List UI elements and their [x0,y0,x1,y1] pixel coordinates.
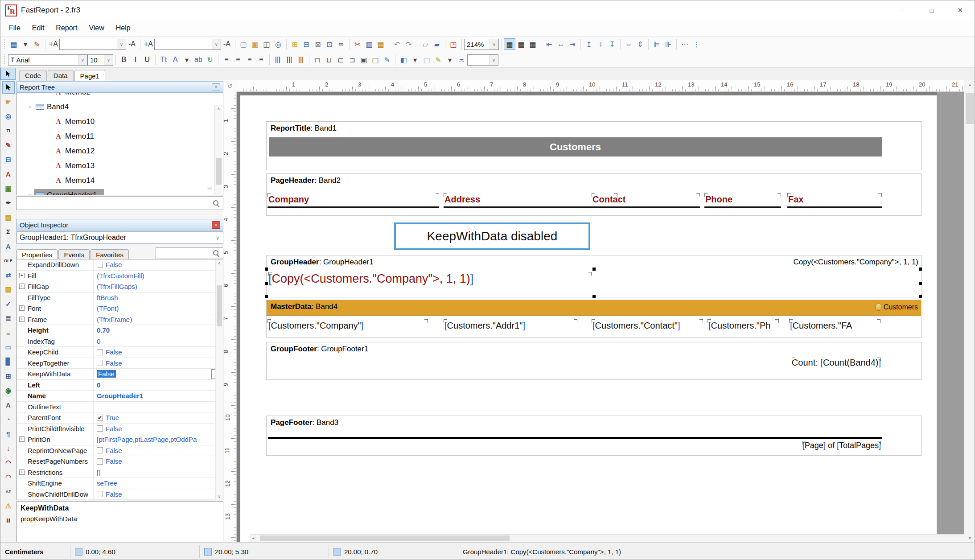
tree-expander-icon[interactable]: ▿ [26,103,34,110]
inspector-scrollbar[interactable]: ∧ ∨ [215,259,223,500]
rotate-45-icon[interactable]: ||| [284,54,295,66]
vertical-scrollbar[interactable]: ▴ ▾ [964,80,975,542]
property-value[interactable]: [ptFirstPage,ptLastPage,ptOddPa [94,436,223,443]
column-header-company[interactable]: Company [267,193,439,208]
property-value[interactable]: [] [94,469,223,476]
report-settings-icon[interactable]: ⊡ [324,38,335,50]
align-bottoms-icon[interactable]: ↧ [606,38,618,50]
frame-edit-icon[interactable]: ✎ [381,54,393,66]
highlight-icon[interactable]: ab [193,54,204,66]
font-color-dropdown-icon[interactable]: ▾ [181,54,193,66]
property-value[interactable]: False [94,447,223,454]
frame-top-icon[interactable]: ⊓ [312,54,323,66]
font-settings-icon[interactable]: Tt [158,54,169,66]
menu-file[interactable]: File [3,21,26,36]
find-icon[interactable]: ∞ [335,38,347,50]
chevron-down-icon[interactable]: ∨ [78,55,87,65]
inspector-scrollbar-thumb[interactable] [217,285,222,326]
background-color-icon[interactable]: ▢ [421,54,432,66]
underline-button[interactable]: U [141,54,153,66]
selection-handle[interactable] [919,282,922,285]
chevron-down-icon[interactable]: ∨ [489,55,498,65]
style-combo[interactable]: ∨ [59,39,126,50]
align-lefts-icon[interactable]: ⇤ [543,38,555,50]
shape-object-icon[interactable]: ▭ [2,341,15,354]
selected-object-combo[interactable]: GroupHeader1: TfrxGroupHeader ∨ [16,231,223,244]
barcode-object-icon[interactable]: ∥∥ [2,514,15,527]
style-editor-icon[interactable]: ✎ [31,38,43,50]
line-width-combo[interactable]: ∨ [467,54,498,66]
db-fields-icon[interactable]: ⇄ [2,269,15,281]
align-right-icon[interactable]: ≡ [244,54,255,66]
tree-scrollbar[interactable]: ∧ ∨ [214,105,222,195]
property-value[interactable]: False [94,348,223,356]
same-height-icon[interactable]: ⊪ [662,38,674,50]
styles-dropdown-icon[interactable]: ▾ [20,38,31,50]
frame-left-icon[interactable]: ⊏ [335,54,346,66]
checkbox-icon[interactable] [97,360,103,366]
page-number-memo[interactable]: [Page] of [TotalPages] [802,441,881,450]
property-value[interactable]: 0.70 [94,326,223,334]
text-edit-tool-icon[interactable]: TI [2,124,15,137]
center-horizontally-icon[interactable]: ⇔ [623,38,634,50]
map-object-icon[interactable]: ◉ [2,384,15,397]
data-field-memo[interactable]: [Customers."Ph [708,319,779,332]
open-report-icon[interactable]: ▣ [249,38,261,50]
horizontal-scrollbar[interactable]: ◂ ▸ [250,534,975,542]
checkbox-icon[interactable] [97,425,103,432]
overlap-warning-icon[interactable]: ⚠ [2,500,15,512]
checkbox-icon[interactable] [97,447,103,453]
select-tool-button[interactable] [0,68,16,80]
add-text-style-icon[interactable]: +A [143,38,154,50]
property-value[interactable]: (TfrxCustomFill) [94,272,223,280]
property-value[interactable]: GroupHeader1 [94,392,223,399]
frame-all-icon[interactable]: ▣ [358,54,370,66]
chart-object-icon[interactable]: ▊ [2,355,15,368]
expand-plus-icon[interactable]: + [19,273,25,278]
inspector-search-input[interactable] [156,247,223,259]
column-header-fax[interactable]: Fax [787,193,882,208]
bold-button[interactable]: B [118,54,130,66]
tree-scrollbar-thumb[interactable] [216,158,222,185]
picture-object-icon[interactable]: ▣ [2,182,15,195]
property-value[interactable]: False [94,261,223,268]
remove-text-style-icon[interactable]: -A [221,38,233,50]
richtext-object-icon[interactable]: ¶ [2,428,15,440]
minimize-button[interactable]: ─ [889,0,917,20]
column-header-contact[interactable]: Contact [592,193,700,208]
line-dropdown-icon[interactable]: ▾ [444,54,456,66]
preview-icon[interactable]: ◎ [272,38,284,50]
align-center-icon[interactable]: ≡ [232,54,244,66]
add-style-icon[interactable]: +A [48,38,59,50]
property-value[interactable]: 0 [94,338,223,345]
tree-item-memo11[interactable]: AMemo11 [17,129,223,144]
close-button[interactable]: ✕ [946,0,975,20]
vertical-scrollbar-thumb[interactable] [966,93,974,124]
menu-report[interactable]: Report [50,21,83,36]
report-tree-close-icon[interactable]: x [212,83,220,91]
line-spacing-icon[interactable]: ≣ [2,312,15,325]
inspector-tab-events[interactable]: Events [58,249,90,260]
group-objects-icon[interactable]: ▱ [420,38,431,50]
property-value[interactable]: (TfrxFrame) [94,316,223,323]
fit-to-grid-icon[interactable]: ▦ [527,38,539,50]
align-justify-icon[interactable]: ≡ [255,54,267,66]
group-header-band[interactable]: GroupHeader: GroupHeader1 Copy(<Customer… [266,255,922,297]
show-grid-icon[interactable]: ▦ [504,38,515,50]
report-title-band[interactable]: ReportTitle: Band1 Customers [266,121,922,170]
italic-button[interactable]: I [130,54,141,66]
new-page-icon[interactable]: ⊞ [289,38,300,50]
tab-page1[interactable]: Page1 [74,70,105,82]
frame-right-icon[interactable]: ⊐ [346,54,358,66]
property-value[interactable]: (TfrxFillGaps) [94,283,223,290]
data-field-memo[interactable]: [Customers."FA [789,319,880,332]
checkbox-object-icon[interactable]: ✓ [2,298,15,310]
band-tool-icon[interactable]: ⊟ [2,153,15,166]
group-footer-band[interactable]: GroupFooter: GroupFooter1 Count: [Count(… [266,342,922,380]
footer-line-object[interactable] [268,437,882,439]
chevron-down-icon[interactable]: ∨ [490,39,498,49]
font-color-icon[interactable]: A [169,54,181,66]
gauge-arc-icon[interactable]: ◠ [2,457,15,469]
paste-icon[interactable]: ▤ [375,38,387,50]
maximize-button[interactable]: □ [917,0,946,20]
